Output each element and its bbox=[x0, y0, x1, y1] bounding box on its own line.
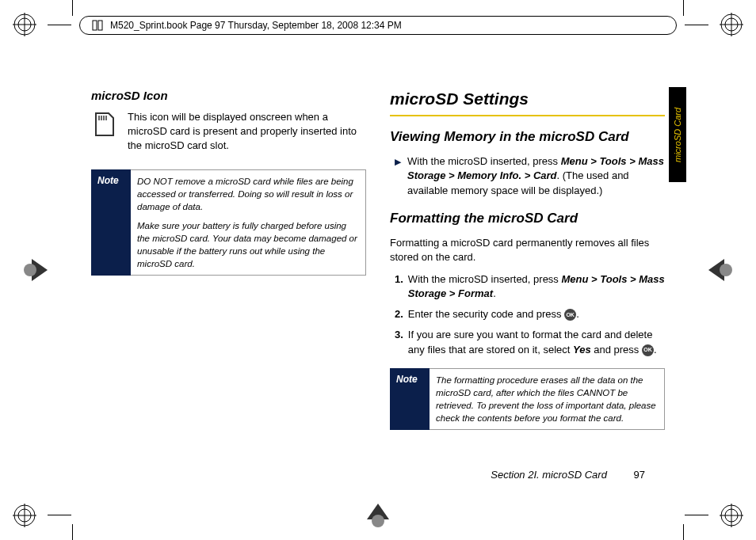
microsd-icon bbox=[91, 110, 118, 139]
note-body: The formatting procedure erases all the … bbox=[430, 368, 665, 430]
steps-list: With the microSD inserted, press Menu > … bbox=[390, 272, 665, 357]
registration-mark-icon bbox=[705, 256, 734, 284]
note-paragraph: The formatting procedure erases all the … bbox=[436, 374, 658, 424]
page-header: M520_Sprint.book Page 97 Thursday, Septe… bbox=[79, 16, 677, 35]
note-paragraph: DO NOT remove a microSD card while files… bbox=[137, 175, 359, 213]
step-item: If you are sure you want to format the c… bbox=[390, 328, 665, 356]
footer-section: Section 2I. microSD Card bbox=[491, 469, 607, 481]
registration-mark-icon bbox=[364, 500, 392, 529]
page-footer: Section 2I. microSD Card 97 bbox=[491, 469, 645, 481]
ok-button-icon: OK bbox=[642, 344, 654, 356]
bullet-text: With the microSD inserted, press Menu > … bbox=[407, 154, 665, 198]
side-tab: microSD Card bbox=[669, 87, 686, 182]
note-label: Note bbox=[390, 368, 430, 430]
left-column: microSD Icon This icon will be displayed… bbox=[91, 87, 366, 485]
svg-rect-23 bbox=[98, 21, 102, 30]
bullet-item: ▶ With the microSD inserted, press Menu … bbox=[390, 154, 665, 198]
step-item: Enter the security code and press OK. bbox=[390, 307, 665, 321]
note-paragraph: Make sure your battery is fully charged … bbox=[137, 219, 359, 270]
footer-page-number: 97 bbox=[634, 469, 645, 481]
note-body: DO NOT remove a microSD card while files… bbox=[131, 169, 366, 276]
side-tab-label: microSD Card bbox=[673, 107, 682, 162]
right-column: microSD Settings Viewing Memory in the m… bbox=[390, 87, 665, 485]
formatting-intro: Formatting a microSD card permanently re… bbox=[390, 236, 665, 264]
registration-mark-icon bbox=[22, 256, 51, 284]
microsd-icon-description: This icon will be displayed onscreen whe… bbox=[128, 110, 366, 154]
bullet-icon: ▶ bbox=[395, 156, 401, 198]
heading-microsd-icon: microSD Icon bbox=[91, 87, 366, 104]
heading-formatting: Formatting the microSD Card bbox=[390, 209, 665, 228]
heading-viewing-memory: Viewing Memory in the microSD Card bbox=[390, 127, 665, 146]
note-box-left: Note DO NOT remove a microSD card while … bbox=[91, 169, 366, 276]
crop-circle-icon bbox=[720, 13, 743, 36]
svg-point-17 bbox=[24, 264, 36, 276]
book-icon bbox=[91, 19, 104, 32]
svg-point-19 bbox=[720, 264, 732, 276]
crop-circle-icon bbox=[13, 504, 36, 527]
svg-rect-22 bbox=[93, 21, 97, 30]
crop-circle-icon bbox=[720, 504, 743, 527]
crop-circle-icon bbox=[13, 13, 36, 36]
heading-underline bbox=[390, 115, 665, 116]
page-content: microSD Icon This icon will be displayed… bbox=[91, 87, 665, 485]
step-item: With the microSD inserted, press Menu > … bbox=[390, 272, 665, 301]
ok-button-icon: OK bbox=[564, 309, 576, 321]
svg-point-21 bbox=[372, 515, 384, 527]
note-box-right: Note The formatting procedure erases all… bbox=[390, 368, 665, 430]
note-label: Note bbox=[91, 169, 131, 276]
heading-microsd-settings: microSD Settings bbox=[390, 87, 665, 110]
header-text: M520_Sprint.book Page 97 Thursday, Septe… bbox=[110, 20, 402, 31]
